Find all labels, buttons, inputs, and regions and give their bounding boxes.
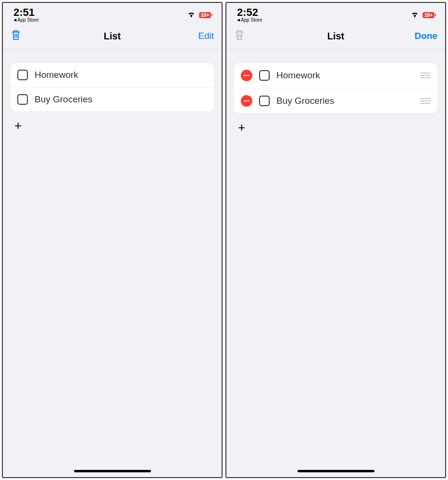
content-area: Homework Buy Groceries +	[226, 49, 445, 477]
phone-screen-1: 2:51 App Store 10+ List Edit Homework	[2, 2, 223, 478]
wifi-icon	[410, 9, 420, 21]
trash-icon	[234, 29, 245, 43]
nav-title: List	[263, 31, 409, 42]
back-to-appstore[interactable]: App Store	[237, 18, 262, 23]
home-indicator[interactable]	[298, 470, 374, 472]
phone-screen-2: 2:52 App Store 10+ List Done Homework	[225, 2, 446, 478]
edit-button[interactable]: Edit	[198, 31, 214, 41]
item-label: Buy Groceries	[35, 94, 207, 105]
item-label: Buy Groceries	[276, 96, 413, 106]
add-item-button[interactable]: +	[11, 111, 214, 139]
checkbox-icon[interactable]	[259, 96, 270, 106]
reorder-handle-icon[interactable]	[420, 73, 431, 78]
reorder-handle-icon[interactable]	[420, 98, 431, 104]
item-label: Homework	[35, 70, 207, 80]
trash-icon[interactable]	[11, 29, 21, 43]
status-right: 10+	[187, 9, 211, 21]
item-label: Homework	[276, 70, 413, 81]
todo-list: Homework Buy Groceries	[234, 63, 437, 113]
home-indicator[interactable]	[74, 470, 151, 472]
wifi-icon	[187, 9, 196, 21]
add-item-button[interactable]: +	[234, 113, 437, 141]
list-item[interactable]: Buy Groceries	[234, 88, 437, 113]
checkbox-icon[interactable]	[259, 70, 270, 81]
status-time: 2:52	[237, 7, 262, 18]
list-item[interactable]: Buy Groceries	[11, 87, 214, 111]
delete-minus-icon[interactable]	[241, 70, 252, 81]
list-item[interactable]: Homework	[234, 63, 437, 88]
status-left: 2:52 App Store	[237, 7, 262, 23]
content-area: Homework Buy Groceries +	[3, 49, 222, 477]
delete-minus-icon[interactable]	[241, 95, 252, 107]
nav-bar: List Edit	[3, 24, 222, 49]
todo-list: Homework Buy Groceries	[11, 63, 214, 111]
nav-bar: List Done	[226, 24, 445, 49]
battery-badge: 10+	[423, 12, 435, 18]
back-to-appstore[interactable]: App Store	[13, 18, 38, 23]
nav-title: List	[39, 31, 185, 42]
status-bar: 2:51 App Store 10+	[3, 3, 222, 24]
list-item[interactable]: Homework	[11, 63, 214, 87]
status-time: 2:51	[13, 7, 38, 18]
plus-icon: +	[238, 121, 245, 134]
checkbox-icon[interactable]	[17, 94, 28, 105]
status-left: 2:51 App Store	[13, 7, 38, 23]
plus-icon: +	[14, 119, 22, 132]
battery-badge: 10+	[199, 12, 211, 18]
checkbox-icon[interactable]	[17, 70, 28, 80]
done-button[interactable]: Done	[415, 31, 438, 41]
status-right: 10+	[410, 9, 435, 21]
status-bar: 2:52 App Store 10+	[226, 3, 445, 24]
